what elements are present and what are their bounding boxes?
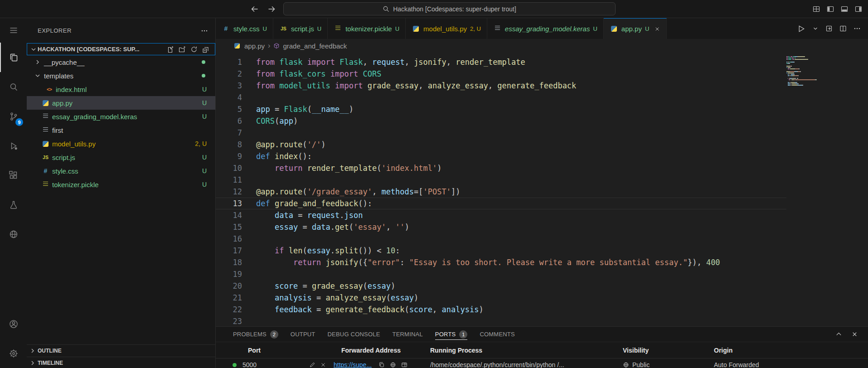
port-row[interactable]: 5000 https://supe... [216,358,868,368]
toggle-panel-icon[interactable] [841,5,848,13]
code-line-17[interactable]: 17 if len(essay.split()) < 10: [216,245,786,257]
file-name: essay_grading_model.keras [52,113,137,121]
minimap[interactable] [786,56,823,87]
port-visibility[interactable]: Public [623,361,714,368]
search-sidebar-icon[interactable] [0,72,27,102]
tree-item-first[interactable]: first [27,123,215,137]
tab-label: essay_grading_model.keras [505,25,590,33]
breadcrumb-file[interactable]: app.py [244,42,265,50]
panel-tab-label: COMMENTS [480,331,514,338]
editor-tab-style.css[interactable]: #style.cssU [216,18,273,39]
open-changes-icon[interactable] [825,25,833,32]
maximize-panel-icon[interactable] [835,331,842,338]
code-line-4[interactable]: 4 [216,92,786,103]
panel-tab-label: DEBUG CONSOLE [328,331,380,338]
explorer-icon[interactable] [0,43,27,72]
accounts-icon[interactable] [0,309,27,339]
code-line-23[interactable]: 23 [216,315,786,326]
editor-tab-essay_grading_model.keras[interactable]: essay_grading_model.kerasU [487,18,604,39]
panel-tab-debug-console[interactable]: DEBUG CONSOLE [328,327,380,342]
run-python-file-icon[interactable] [797,24,805,33]
breadcrumb-symbol[interactable]: grade_and_feedback [283,42,347,50]
code-line-13[interactable]: 13def grade_and_feedback(): [216,198,786,209]
editor-tab-app.py[interactable]: app.pyU [604,18,667,39]
code-line-19[interactable]: 19 [216,268,786,280]
code-line-14[interactable]: 14 data = request.json [216,209,786,221]
tree-item-model_utils.py[interactable]: model_utils.py2, U [27,137,215,150]
tree-item-style.css[interactable]: #style.cssU [27,164,215,178]
code-line-5[interactable]: 5app = Flask(__name__) [216,103,786,115]
refresh-explorer-icon[interactable] [190,46,198,53]
stop-forwarding-port-icon[interactable] [320,362,326,368]
line-number: 8 [216,139,242,150]
editor-tab-model_utils.py[interactable]: model_utils.py2, U [406,18,487,39]
open-in-browser-globe-icon[interactable] [390,362,396,368]
explorer-section-header[interactable]: HACKATHON [CODESPACES: SUP... [27,43,215,55]
command-center-search[interactable]: Hackathon [Codespaces: super-duper trout… [283,2,616,15]
chevron-down-icon [34,72,42,80]
tree-item-__pycache__[interactable]: __pycache__ [27,55,215,69]
code-line-15[interactable]: 15 essay = data.get('essay', '') [216,221,786,233]
source-control-icon[interactable]: 9 [0,102,27,131]
panel-tab-comments[interactable]: COMMENTS [480,327,514,342]
copy-address-icon[interactable] [378,362,385,368]
remote-explorer-globe-icon[interactable] [0,219,27,249]
tree-item-index.html[interactable]: <>index.htmlU [27,82,215,96]
preview-in-editor-icon[interactable] [401,362,407,368]
edit-port-label-icon[interactable] [309,362,315,368]
timeline-section-header[interactable]: TIMELINE [27,357,215,368]
breadcrumb: app.py › grade_and_feedback [216,39,868,53]
code-line-22[interactable]: 22 feedback = generate_feedback(score, a… [216,304,786,315]
code-line-3[interactable]: 3from model_utils import grade_essay, an… [216,80,786,92]
code-line-18[interactable]: 18 return jsonify({"error": "Essay is to… [216,257,786,268]
close-tab-icon[interactable] [654,26,660,32]
tree-item-app.py[interactable]: app.pyU [27,96,215,110]
panel-tab-terminal[interactable]: TERMINAL [393,327,423,342]
tree-item-script.js[interactable]: JSscript.jsU [27,150,215,164]
tree-item-tokenizer.pickle[interactable]: tokenizer.pickleU [27,178,215,191]
code-line-10[interactable]: 10 return render_template('index.html') [216,162,786,174]
code-line-6[interactable]: 6CORS(app) [216,115,786,127]
new-file-icon[interactable] [167,46,174,53]
toggle-secondary-sidebar-icon[interactable] [855,5,862,13]
settings-gear-icon[interactable] [0,339,27,368]
code-line-9[interactable]: 9def index(): [216,150,786,162]
editor-tab-script.js[interactable]: JSscript.jsU [273,18,328,39]
views-more-actions-icon[interactable] [201,27,208,34]
code-line-1[interactable]: 1from flask import Flask, request, jsoni… [216,56,786,68]
forwarded-address-link[interactable]: https://supe... [334,361,372,368]
file-name: model_utils.py [52,140,96,148]
outline-section-header[interactable]: OUTLINE [27,344,215,357]
testing-beaker-icon[interactable] [0,190,27,219]
editor-more-actions-icon[interactable] [853,25,861,32]
tree-item-templates[interactable]: templates [27,69,215,82]
menu-icon[interactable] [0,18,27,43]
forward-arrow-icon[interactable] [267,5,276,14]
file-name: script.js [52,154,75,161]
git-status-badge: U [263,25,267,32]
code-line-20[interactable]: 20 score = grade_essay(essay) [216,280,786,292]
run-options-chevron-icon[interactable] [812,25,819,32]
split-editor-icon[interactable] [839,25,847,32]
close-panel-icon[interactable] [851,331,858,338]
panel-tab-ports[interactable]: PORTS1 [435,327,468,342]
code-line-21[interactable]: 21 analysis = analyze_essay(essay) [216,292,786,304]
tree-item-essay_grading_model.keras[interactable]: essay_grading_model.kerasU [27,110,215,123]
collapse-folders-icon[interactable] [202,46,209,53]
customize-layout-icon[interactable] [813,5,820,13]
code-line-12[interactable]: 12@app.route('/grade_essay', methods=['P… [216,186,786,198]
code-line-11[interactable]: 11 [216,174,786,186]
editor-tab-tokenizer.pickle[interactable]: tokenizer.pickleU [328,18,406,39]
code-line-16[interactable]: 16 [216,233,786,245]
code-editor[interactable]: 1from flask import Flask, request, jsoni… [216,53,868,326]
code-line-7[interactable]: 7 [216,127,786,139]
extensions-icon[interactable] [0,160,27,190]
toggle-primary-sidebar-icon[interactable] [827,5,834,13]
panel-tab-problems[interactable]: PROBLEMS2 [233,327,278,342]
back-arrow-icon[interactable] [250,5,259,14]
panel-tab-output[interactable]: OUTPUT [291,327,315,342]
new-folder-icon[interactable] [179,46,186,53]
code-line-2[interactable]: 2from flask_cors import CORS [216,68,786,80]
run-and-debug-icon[interactable] [0,131,27,160]
code-line-8[interactable]: 8@app.route('/') [216,139,786,150]
